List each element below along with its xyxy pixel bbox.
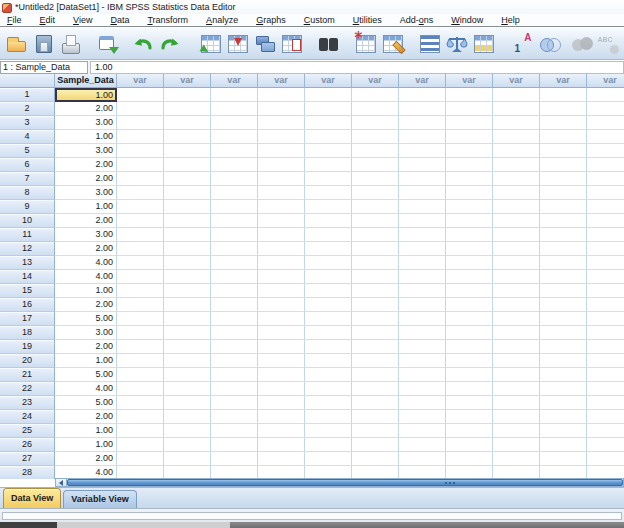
empty-cell[interactable] — [164, 382, 211, 396]
column-header-var[interactable]: var — [164, 74, 211, 88]
empty-cell[interactable] — [117, 200, 164, 214]
data-cell[interactable]: 3.00 — [55, 186, 117, 200]
grid-corner-cell[interactable] — [0, 74, 55, 88]
empty-cell[interactable] — [258, 130, 305, 144]
empty-cell[interactable] — [211, 410, 258, 424]
empty-cell[interactable] — [117, 186, 164, 200]
empty-cell[interactable] — [305, 270, 352, 284]
empty-cell[interactable] — [446, 102, 493, 116]
row-number[interactable]: 28 — [0, 466, 55, 479]
empty-cell[interactable] — [352, 424, 399, 438]
data-cell[interactable]: 2.00 — [55, 452, 117, 466]
empty-cell[interactable] — [587, 298, 624, 312]
empty-cell[interactable] — [587, 382, 624, 396]
empty-cell[interactable] — [399, 382, 446, 396]
row-number[interactable]: 10 — [0, 214, 55, 228]
empty-cell[interactable] — [211, 116, 258, 130]
empty-cell[interactable] — [493, 368, 540, 382]
empty-cell[interactable] — [211, 102, 258, 116]
empty-cell[interactable] — [258, 256, 305, 270]
empty-cell[interactable] — [540, 284, 587, 298]
empty-cell[interactable] — [493, 242, 540, 256]
empty-cell[interactable] — [211, 340, 258, 354]
undo-button[interactable] — [129, 30, 156, 58]
empty-cell[interactable] — [211, 368, 258, 382]
redo-button[interactable] — [156, 30, 183, 58]
empty-cell[interactable] — [305, 88, 352, 102]
empty-cell[interactable] — [211, 298, 258, 312]
horizontal-scrollbar[interactable] — [55, 478, 624, 487]
empty-cell[interactable] — [352, 102, 399, 116]
empty-cell[interactable] — [493, 172, 540, 186]
empty-cell[interactable] — [164, 354, 211, 368]
empty-cell[interactable] — [211, 382, 258, 396]
empty-cell[interactable] — [164, 102, 211, 116]
empty-cell[interactable] — [164, 284, 211, 298]
data-cell[interactable]: 5.00 — [55, 396, 117, 410]
empty-cell[interactable] — [493, 424, 540, 438]
data-cell[interactable]: 2.00 — [55, 172, 117, 186]
row-number[interactable]: 7 — [0, 172, 55, 186]
empty-cell[interactable] — [258, 354, 305, 368]
empty-cell[interactable] — [352, 144, 399, 158]
empty-cell[interactable] — [211, 284, 258, 298]
empty-cell[interactable] — [164, 88, 211, 102]
empty-cell[interactable] — [587, 242, 624, 256]
column-header-var[interactable]: var — [399, 74, 446, 88]
empty-cell[interactable] — [399, 228, 446, 242]
empty-cell[interactable] — [493, 116, 540, 130]
save-button[interactable] — [30, 30, 57, 58]
empty-cell[interactable] — [446, 158, 493, 172]
empty-cell[interactable] — [587, 186, 624, 200]
empty-cell[interactable] — [117, 284, 164, 298]
empty-cell[interactable] — [211, 438, 258, 452]
empty-cell[interactable] — [446, 200, 493, 214]
data-cell[interactable]: 5.00 — [55, 368, 117, 382]
menu-analyze[interactable]: Analyze — [197, 15, 247, 26]
empty-cell[interactable] — [117, 354, 164, 368]
empty-cell[interactable] — [587, 438, 624, 452]
empty-cell[interactable] — [211, 228, 258, 242]
empty-cell[interactable] — [117, 144, 164, 158]
empty-cell[interactable] — [399, 172, 446, 186]
empty-cell[interactable] — [352, 368, 399, 382]
empty-cell[interactable] — [540, 214, 587, 228]
empty-cell[interactable] — [587, 88, 624, 102]
empty-cell[interactable] — [540, 340, 587, 354]
empty-cell[interactable] — [446, 438, 493, 452]
empty-cell[interactable] — [352, 116, 399, 130]
empty-cell[interactable] — [211, 354, 258, 368]
recall-dialogs-button[interactable] — [94, 30, 121, 58]
empty-cell[interactable] — [258, 158, 305, 172]
empty-cell[interactable] — [305, 158, 352, 172]
empty-cell[interactable] — [258, 116, 305, 130]
empty-cell[interactable] — [305, 382, 352, 396]
empty-cell[interactable] — [540, 172, 587, 186]
empty-cell[interactable] — [587, 326, 624, 340]
empty-cell[interactable] — [399, 256, 446, 270]
empty-cell[interactable] — [540, 200, 587, 214]
empty-cell[interactable] — [587, 410, 624, 424]
empty-cell[interactable] — [258, 242, 305, 256]
empty-cell[interactable] — [587, 256, 624, 270]
empty-cell[interactable] — [493, 452, 540, 466]
empty-cell[interactable] — [399, 438, 446, 452]
menu-utilities[interactable]: Utilities — [344, 15, 391, 26]
empty-cell[interactable] — [258, 340, 305, 354]
empty-cell[interactable] — [446, 424, 493, 438]
row-number[interactable]: 12 — [0, 242, 55, 256]
find-button[interactable] — [315, 30, 342, 58]
empty-cell[interactable] — [446, 368, 493, 382]
empty-cell[interactable] — [117, 424, 164, 438]
empty-cell[interactable] — [493, 354, 540, 368]
empty-cell[interactable] — [352, 172, 399, 186]
data-cell[interactable]: 2.00 — [55, 102, 117, 116]
empty-cell[interactable] — [211, 158, 258, 172]
row-number[interactable]: 20 — [0, 354, 55, 368]
row-number[interactable]: 24 — [0, 410, 55, 424]
empty-cell[interactable] — [164, 116, 211, 130]
empty-cell[interactable] — [352, 284, 399, 298]
empty-cell[interactable] — [399, 284, 446, 298]
empty-cell[interactable] — [258, 200, 305, 214]
data-cell[interactable]: 2.00 — [55, 158, 117, 172]
